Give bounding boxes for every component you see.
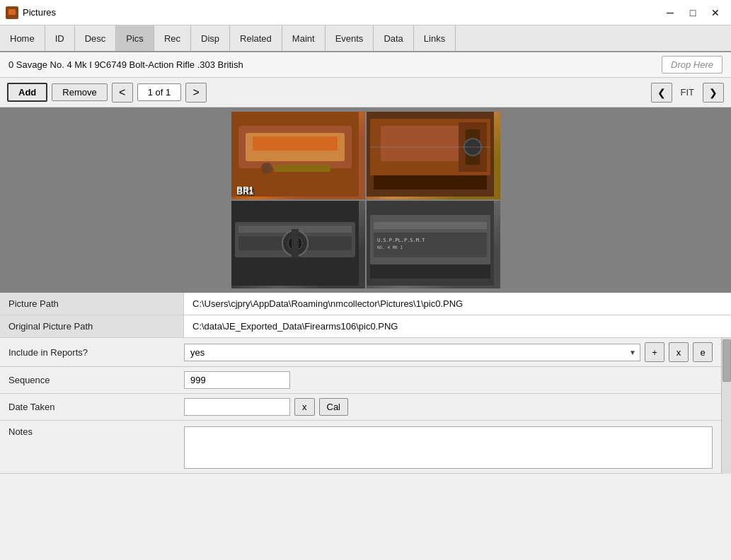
- date-taken-label: Date Taken: [8, 402, 178, 412]
- nav-links[interactable]: Links: [414, 25, 456, 51]
- include-reports-control: yes no ▼ + x e: [184, 342, 713, 362]
- fit-controls: ❮ FIT ❯: [651, 83, 725, 103]
- include-reports-label: Include in Reports?: [8, 347, 178, 358]
- add-button[interactable]: Add: [7, 83, 47, 102]
- scrollbar[interactable]: [721, 338, 731, 474]
- svg-text:NO. 4 MK I: NO. 4 MK I: [377, 245, 403, 250]
- svg-rect-25: [374, 222, 487, 229]
- date-x-button[interactable]: x: [294, 398, 315, 416]
- notes-row: Notes: [0, 421, 721, 474]
- svg-rect-22: [292, 229, 299, 257]
- original-picture-path-label: Original Picture Path: [0, 315, 184, 337]
- notes-textarea[interactable]: [184, 426, 713, 469]
- svg-rect-5: [253, 136, 338, 151]
- item-title: 0 Savage No. 4 Mk I 9C6749 Bolt-Action R…: [8, 59, 243, 70]
- sequence-control: [184, 371, 713, 389]
- date-taken-control: x Cal: [184, 398, 713, 416]
- nav-disp[interactable]: Disp: [191, 25, 230, 51]
- date-taken-row: Date Taken x Cal: [0, 394, 721, 421]
- e-button[interactable]: e: [693, 342, 713, 362]
- prev-button[interactable]: <: [112, 83, 133, 103]
- original-picture-path-value: C:\data\JE_Exported_Data\Firearms106\pic…: [184, 315, 731, 337]
- minimize-button[interactable]: ─: [660, 6, 680, 20]
- drop-here-zone[interactable]: Drop Here: [662, 56, 723, 74]
- notes-label: Notes: [8, 426, 178, 437]
- include-reports-row: Include in Reports? yes no ▼ + x e: [0, 338, 721, 367]
- scrollbar-thumb[interactable]: [723, 339, 731, 382]
- sequence-label: Sequence: [8, 375, 178, 385]
- sequence-input[interactable]: [184, 371, 290, 389]
- include-reports-select-wrapper[interactable]: yes no ▼: [184, 344, 640, 361]
- include-reports-select[interactable]: yes no: [184, 344, 640, 361]
- nav-right-button[interactable]: ❯: [703, 83, 724, 103]
- plus-button[interactable]: +: [645, 342, 664, 362]
- picture-path-row: Picture Path C:\Users\cjpry\AppData\Roam…: [0, 293, 731, 315]
- image-bottom-right: U.S.P.PL.P.S.M.T NO. 4 MK I: [367, 201, 500, 288]
- svg-point-6: [261, 163, 272, 174]
- sequence-row: Sequence: [0, 367, 721, 394]
- original-picture-path-row: Original Picture Path C:\data\JE_Exporte…: [0, 315, 731, 338]
- notes-control: [184, 426, 713, 469]
- x-button[interactable]: x: [669, 342, 689, 362]
- next-button[interactable]: >: [185, 83, 207, 103]
- svg-rect-29: [370, 264, 490, 279]
- nav-home[interactable]: Home: [0, 25, 45, 51]
- nav-desc[interactable]: Desc: [75, 25, 117, 51]
- nav-maint[interactable]: Maint: [282, 25, 326, 51]
- calendar-button[interactable]: Cal: [319, 398, 349, 416]
- form-section: Include in Reports? yes no ▼ + x e Seque…: [0, 338, 731, 474]
- app-icon: [6, 6, 18, 19]
- fit-label: FIT: [675, 87, 701, 98]
- svg-rect-1: [8, 9, 16, 15]
- window-controls: ─ □ ✕: [660, 6, 725, 20]
- window-title: Pictures: [23, 7, 56, 18]
- remove-button[interactable]: Remove: [52, 83, 107, 101]
- nav-id[interactable]: ID: [45, 25, 75, 51]
- toolbar: Add Remove < 1 of 1 > ❮ FIT ❯: [0, 78, 731, 107]
- image-bottom-left: [231, 201, 365, 288]
- nav-pics[interactable]: Pics: [116, 25, 154, 51]
- nav-related[interactable]: Related: [230, 25, 282, 51]
- image-collage: BR1: [231, 112, 500, 288]
- item-header: 0 Savage No. 4 Mk I 9C6749 Bolt-Action R…: [0, 52, 731, 78]
- nav-events[interactable]: Events: [326, 25, 374, 51]
- nav-left-button[interactable]: ❮: [651, 83, 672, 103]
- title-bar: Pictures ─ □ ✕: [0, 0, 731, 25]
- date-taken-input[interactable]: [184, 398, 290, 416]
- image-area: BR1: [0, 107, 731, 293]
- svg-rect-13: [374, 175, 487, 189]
- image-top-right: [367, 112, 500, 199]
- fields-area: Picture Path C:\Users\cjpry\AppData\Roam…: [0, 293, 731, 338]
- nav-data[interactable]: Data: [374, 25, 413, 51]
- page-indicator: 1 of 1: [137, 83, 182, 101]
- picture-path-label: Picture Path: [0, 293, 184, 315]
- svg-rect-7: [274, 165, 330, 172]
- svg-text:U.S.P.PL.P.S.M.T: U.S.P.PL.P.S.M.T: [377, 238, 425, 243]
- nav-rec[interactable]: Rec: [154, 25, 191, 51]
- image-top-left: BR1: [231, 112, 365, 199]
- maximize-button[interactable]: □: [683, 6, 703, 20]
- image-label: BR1: [237, 185, 254, 195]
- close-button[interactable]: ✕: [706, 6, 725, 20]
- picture-path-value: C:\Users\cjpry\AppData\Roaming\nmcollect…: [184, 293, 731, 315]
- nav-bar: Home ID Desc Pics Rec Disp Related Maint…: [0, 25, 731, 52]
